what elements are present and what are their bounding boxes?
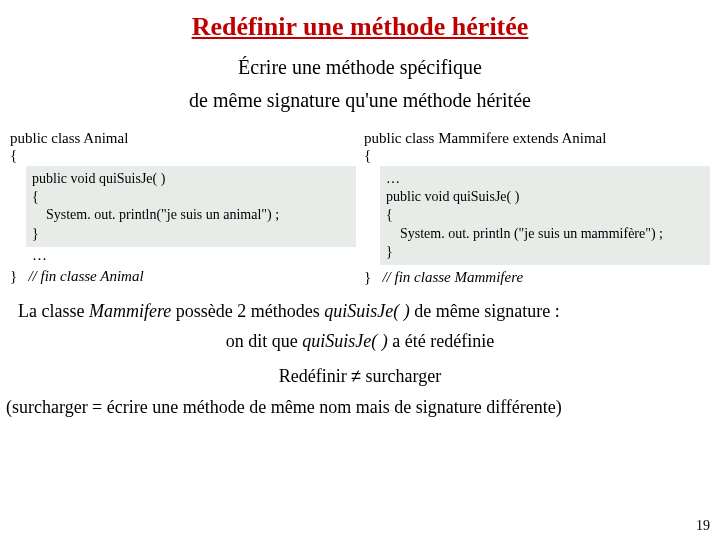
p1-classname: Mammifere — [89, 301, 171, 321]
close-brace-left: } — [10, 268, 17, 284]
paragraph-3: Redéfinir ≠ surcharger — [0, 366, 720, 387]
code-block-mammifere: … public void quiSuisJe( ) { System. out… — [380, 166, 710, 265]
close-line-left: } // fin classe Animal — [10, 268, 356, 285]
class-decl-mammifere: public class Mammifere extends Animal — [364, 130, 710, 147]
subtitle-line-1: Écrire une méthode spécifique — [0, 56, 720, 79]
p1-method: quiSuisJe( ) — [324, 301, 409, 321]
slide-title: Redéfinir une méthode héritée — [0, 0, 720, 42]
paragraph-4: (surcharger = écrire une méthode de même… — [0, 397, 720, 418]
close-line-right: } // fin classe Mammifere — [364, 269, 710, 286]
close-comment-right: // fin classe Mammifere — [382, 269, 523, 285]
code-columns: public class Animal { public void quiSui… — [0, 130, 720, 286]
subtitle-line-2: de même signature qu'une méthode héritée — [0, 89, 720, 112]
p1-text-a: La classe — [18, 301, 89, 321]
p3-text-b: surcharger — [361, 366, 441, 386]
close-comment-left: // fin classe Animal — [28, 268, 143, 284]
not-equal-symbol: ≠ — [351, 366, 361, 386]
p3-text-a: Redéfinir — [279, 366, 351, 386]
paragraph-1: La classe Mammifere possède 2 méthodes q… — [0, 300, 720, 323]
close-brace-right: } — [364, 269, 371, 285]
ellipsis-left: … — [32, 247, 356, 264]
paragraph-2: on dit que quiSuisJe( ) a été redéfinie — [0, 331, 720, 352]
open-brace-right: { — [364, 147, 710, 164]
class-decl-animal: public class Animal — [10, 130, 356, 147]
open-brace-left: { — [10, 147, 356, 164]
p2-text-c: a été redéfinie — [388, 331, 494, 351]
page-number: 19 — [696, 518, 710, 534]
code-block-animal: public void quiSuisJe( ) { System. out. … — [26, 166, 356, 247]
right-column: public class Mammifere extends Animal { … — [364, 130, 710, 286]
p2-text-a: on dit que — [226, 331, 303, 351]
p1-text-e: de même signature : — [410, 301, 560, 321]
p2-method: quiSuisJe( ) — [302, 331, 387, 351]
p1-text-c: possède 2 méthodes — [171, 301, 324, 321]
left-column: public class Animal { public void quiSui… — [10, 130, 356, 286]
